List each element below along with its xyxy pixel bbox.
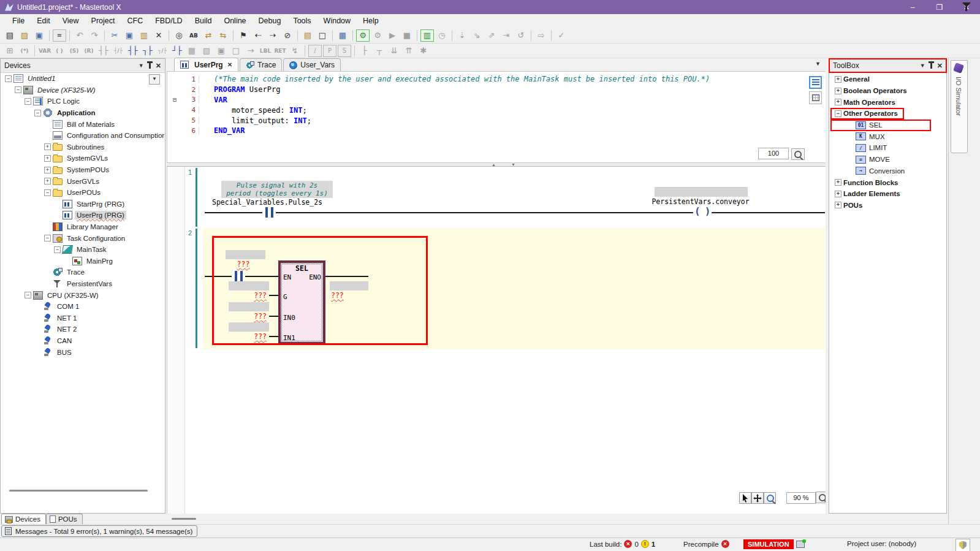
branch-icon[interactable]: ├ [358, 45, 371, 57]
toolbox-item[interactable]: K MUX [830, 131, 946, 142]
save-icon[interactable]: ▣ [32, 29, 46, 42]
ladder-down-icon[interactable]: ⇊ [387, 45, 401, 57]
menu-item[interactable]: Online [218, 15, 252, 27]
toolbox-item[interactable]: → Conversion [830, 165, 946, 177]
tree-item[interactable]: UserPrg (PRG) [1, 210, 164, 221]
step-out-icon[interactable]: ⇗ [485, 29, 498, 42]
code-zoom-value[interactable]: 100 [758, 148, 789, 159]
menu-item[interactable]: View [56, 15, 85, 27]
rung1-coil-placeholder-box[interactable] [655, 187, 748, 197]
go-icon[interactable]: ⇨ [534, 29, 548, 42]
rung1-contact[interactable] [262, 207, 276, 218]
text-view-button[interactable] [809, 76, 822, 89]
tree-expander[interactable] [25, 292, 31, 298]
toolbox-item[interactable]: POUs [830, 200, 946, 211]
delete-icon[interactable]: ✕ [152, 29, 165, 42]
tree-item[interactable]: MainPrg [1, 256, 164, 267]
maximize-button[interactable]: ❐ [926, 0, 953, 14]
set-reset-icon[interactable]: S [338, 45, 351, 57]
toolbox-item[interactable]: ∕ LIMIT [830, 142, 946, 154]
insert-parallel-below-icon[interactable]: ┘├ [170, 45, 184, 57]
reset-icon[interactable]: ↺ [514, 29, 528, 42]
insert-comment-icon[interactable]: (*) [18, 45, 31, 57]
clear-bookmarks-icon[interactable]: ⊘ [281, 29, 294, 42]
code-line[interactable]: 1 (*The main code inserted by the user a… [167, 74, 826, 85]
panel-close-icon[interactable]: ✕ [937, 62, 943, 70]
filter-funnel-icon[interactable] [962, 2, 971, 12]
insert-contact-right-icon[interactable]: ┤├ [126, 45, 140, 57]
tree-item[interactable]: Library Manager [1, 221, 164, 233]
tab-uservars[interactable]: User_Vars [283, 58, 341, 71]
code-zoom-button[interactable] [791, 148, 805, 160]
cursor-tool-button[interactable] [739, 492, 751, 504]
negate-icon[interactable]: ∕ [308, 45, 322, 57]
replace-icon[interactable]: ⇄ [202, 29, 215, 42]
find-next-icon[interactable]: AB [187, 29, 200, 42]
toolbox-item[interactable]: = MOVE [830, 154, 946, 165]
tree-item[interactable]: Configuration and Consumption [1, 130, 164, 142]
insert-jump-icon[interactable]: → [244, 45, 257, 57]
toolbox-item[interactable]: General [830, 74, 946, 85]
paste-icon[interactable]: ▥ [137, 29, 151, 42]
code-line[interactable]: ⊟ 3 VAR [167, 95, 826, 105]
tree-item[interactable]: Application [1, 107, 164, 119]
branch-above-icon[interactable]: ┬ [373, 45, 386, 57]
tab-devices[interactable]: Devices [1, 514, 46, 525]
toolbox-item[interactable]: Math Operators [830, 96, 946, 108]
print-icon[interactable]: ≡ [53, 29, 66, 42]
tree-expander[interactable] [44, 235, 51, 241]
ladder-zoom-value[interactable]: 90 % [786, 492, 816, 504]
tab-close-icon[interactable]: ✕ [227, 61, 232, 68]
toolbox-item[interactable]: Ladder Elements [830, 188, 946, 200]
tab-userprg[interactable]: UserPrg ✕ [174, 58, 238, 71]
menu-item[interactable]: Project [85, 15, 121, 27]
open-file-icon[interactable]: ▨ [18, 29, 31, 42]
compile-grid-icon[interactable]: ▦ [336, 29, 349, 42]
insert-network-icon[interactable]: ⊞ [3, 45, 17, 57]
tree-item[interactable]: MainTask [1, 244, 164, 256]
toolbox-expander[interactable] [835, 76, 841, 83]
paste-special-icon[interactable]: ▤ [301, 29, 314, 42]
menu-item[interactable]: Debug [253, 15, 287, 27]
tree-item[interactable]: Bill of Materials [1, 118, 164, 130]
toolbox-expander[interactable] [835, 202, 841, 208]
toolbox-item[interactable]: 01 SEL [830, 120, 946, 131]
menu-item[interactable]: CFC [121, 15, 149, 27]
ladder-editor[interactable]: 1 Pulse signal with 2s period (toggles e… [167, 167, 826, 514]
tree-item[interactable]: BUS [1, 346, 164, 358]
insert-set-coil-icon[interactable]: (S) [67, 45, 81, 57]
devices-horizontal-scrollbar[interactable] [9, 490, 148, 492]
rung1-comment[interactable]: Pulse signal with 2s period (toggles eve… [221, 181, 333, 198]
tree-expander[interactable] [25, 98, 31, 105]
step-into-icon[interactable]: ⇘ [470, 29, 484, 42]
ladder-horizontal-scrollbar[interactable] [167, 514, 826, 524]
tree-item[interactable]: StartPrg (PRG) [1, 199, 164, 210]
new-file-icon[interactable]: ▤ [3, 29, 17, 42]
tree-item[interactable]: SystemGVLs [1, 153, 164, 164]
zoom-tool-button[interactable] [764, 492, 776, 504]
panel-dropdown-icon[interactable]: ▼ [920, 63, 925, 69]
menu-item[interactable]: Tools [287, 15, 317, 27]
tree-item[interactable]: NET 1 [1, 312, 164, 324]
time-clock-icon[interactable]: ◷ [435, 29, 449, 42]
tree-item[interactable]: PersistentVars [1, 278, 164, 290]
tree-item[interactable]: PLC Logic [1, 96, 164, 107]
rung1-contact-label[interactable]: Special_Variables.Pulse_2s [212, 198, 322, 207]
rung1-coil-label[interactable]: PersistentVars.conveyor [624, 197, 777, 206]
tree-expander[interactable] [54, 246, 61, 253]
minimize-button[interactable]: – [899, 0, 926, 14]
tree-item[interactable]: Trace [1, 267, 164, 278]
tree-expander[interactable] [34, 110, 41, 116]
new-document-icon[interactable]: □ [316, 29, 329, 42]
next-bookmark-icon[interactable]: ⇢ [266, 29, 279, 42]
menu-item[interactable]: Build [189, 15, 218, 27]
insert-reset-coil-icon[interactable]: (R) [82, 45, 96, 57]
tree-item[interactable]: CPU (XF325-W) [1, 289, 164, 301]
menu-item[interactable]: File [6, 15, 31, 27]
redo-icon[interactable]: ↷ [88, 29, 101, 42]
insert-negated-contact-icon[interactable]: ┤/├ [112, 45, 125, 57]
step-over-icon[interactable]: ⇣ [455, 29, 469, 42]
insert-parallel-contact-icon[interactable]: ┐├ [141, 45, 154, 57]
rung1-coil[interactable]: ( ) [693, 206, 712, 217]
toolbox-expander[interactable] [835, 191, 841, 197]
